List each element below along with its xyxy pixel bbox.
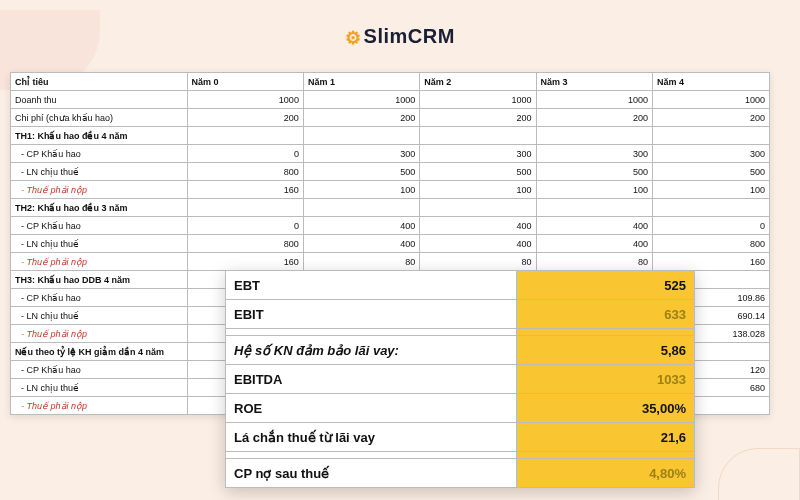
- cell-value: 0: [187, 145, 303, 163]
- summary-overlay: EBT525EBIT633Hệ số KN đảm bảo lãi vay:5,…: [225, 270, 695, 488]
- summary-value: 21,6: [516, 423, 694, 452]
- cell-value: [652, 127, 769, 145]
- row-label: - CP Khấu hao: [11, 361, 188, 379]
- cell-value: 400: [536, 217, 652, 235]
- cell-value: 200: [420, 109, 536, 127]
- gear-icon: ⚙: [345, 28, 362, 48]
- cell-value: [536, 127, 652, 145]
- summary-row: EBIT633: [226, 300, 695, 329]
- col-header: Năm 4: [652, 73, 769, 91]
- cell-value: 1000: [187, 91, 303, 109]
- cell-value: 400: [303, 217, 419, 235]
- summary-label: EBT: [226, 271, 517, 300]
- cell-value: 300: [536, 145, 652, 163]
- cell-value: 200: [187, 109, 303, 127]
- cell-value: 500: [303, 163, 419, 181]
- cell-value: 300: [420, 145, 536, 163]
- summary-label: EBITDA: [226, 365, 517, 394]
- col-header: Năm 1: [303, 73, 419, 91]
- summary-table: EBT525EBIT633Hệ số KN đảm bảo lãi vay:5,…: [225, 270, 695, 488]
- cell-value: 400: [303, 235, 419, 253]
- summary-value: 1033: [516, 365, 694, 394]
- cell-value: [187, 199, 303, 217]
- cell-value: 80: [303, 253, 419, 271]
- cell-value: [303, 127, 419, 145]
- cell-value: 200: [652, 109, 769, 127]
- cell-value: 80: [536, 253, 652, 271]
- cell-value: [303, 199, 419, 217]
- table-row: Chi phí (chưa khấu hao)200200200200200: [11, 109, 770, 127]
- cell-value: 300: [303, 145, 419, 163]
- cell-value: 160: [187, 253, 303, 271]
- summary-row: [226, 452, 695, 459]
- cell-value: 400: [420, 217, 536, 235]
- summary-label: ROE: [226, 394, 517, 423]
- summary-value: 5,86: [516, 336, 694, 365]
- summary-label: EBIT: [226, 300, 517, 329]
- cell-value: 1000: [652, 91, 769, 109]
- table-row: - CP Khấu hao04004004000: [11, 217, 770, 235]
- table-row: TH1: Khấu hao đều 4 năm: [11, 127, 770, 145]
- cell-value: 1000: [536, 91, 652, 109]
- cell-value: 400: [420, 235, 536, 253]
- cell-value: 500: [652, 163, 769, 181]
- cell-value: 800: [187, 163, 303, 181]
- cell-value: 500: [536, 163, 652, 181]
- cell-value: 100: [652, 181, 769, 199]
- summary-label: Hệ số KN đảm bảo lãi vay:: [226, 336, 517, 365]
- cell-value: 100: [536, 181, 652, 199]
- cell-value: 0: [652, 217, 769, 235]
- row-label: - LN chịu thuế: [11, 307, 188, 325]
- row-label: TH3: Khấu hao DDB 4 năm: [11, 271, 188, 289]
- cell-value: [420, 127, 536, 145]
- cell-value: 0: [187, 217, 303, 235]
- summary-row: CP nợ sau thuế4,80%: [226, 459, 695, 488]
- row-label: - CP Khấu hao: [11, 145, 188, 163]
- summary-value: 525: [516, 271, 694, 300]
- cell-value: 300: [652, 145, 769, 163]
- cell-value: [420, 199, 536, 217]
- cell-value: 200: [536, 109, 652, 127]
- brand-logo: ⚙SlimCRM: [0, 25, 800, 49]
- row-label: - Thuế phải nộp: [11, 253, 188, 271]
- col-header: Năm 2: [420, 73, 536, 91]
- cell-value: [536, 199, 652, 217]
- table-row: - Thuế phải nộp160808080160: [11, 253, 770, 271]
- decoration-bottom-right: [718, 448, 800, 500]
- summary-row: ROE35,00%: [226, 394, 695, 423]
- row-label: - Thuế phải nộp: [11, 397, 188, 415]
- cell-value: 800: [187, 235, 303, 253]
- summary-row: [226, 329, 695, 336]
- summary-row: Lá chắn thuế từ lãi vay21,6: [226, 423, 695, 452]
- summary-value: 35,00%: [516, 394, 694, 423]
- table-header-row: Chỉ tiêu Năm 0 Năm 1 Năm 2 Năm 3 Năm 4: [11, 73, 770, 91]
- row-label: TH2: Khấu hao đều 3 năm: [11, 199, 188, 217]
- summary-row: Hệ số KN đảm bảo lãi vay:5,86: [226, 336, 695, 365]
- row-label: - CP Khấu hao: [11, 217, 188, 235]
- cell-value: 100: [303, 181, 419, 199]
- cell-value: 1000: [420, 91, 536, 109]
- summary-row: EBT525: [226, 271, 695, 300]
- cell-value: 200: [303, 109, 419, 127]
- table-row: Doanh thu10001000100010001000: [11, 91, 770, 109]
- cell-value: 100: [420, 181, 536, 199]
- table-row: - CP Khấu hao0300300300300: [11, 145, 770, 163]
- cell-value: [187, 127, 303, 145]
- row-label: - LN chịu thuế: [11, 163, 188, 181]
- summary-label: Lá chắn thuế từ lãi vay: [226, 423, 517, 452]
- row-label: Nếu theo tỷ lệ KH giảm dần 4 năm: [11, 343, 188, 361]
- cell-value: 500: [420, 163, 536, 181]
- row-label: TH1: Khấu hao đều 4 năm: [11, 127, 188, 145]
- row-label: - Thuế phải nộp: [11, 325, 188, 343]
- row-label: - LN chịu thuế: [11, 379, 188, 397]
- cell-value: 160: [187, 181, 303, 199]
- row-label: - CP Khấu hao: [11, 289, 188, 307]
- col-header: Năm 0: [187, 73, 303, 91]
- summary-value: 4,80%: [516, 459, 694, 488]
- row-label: Chi phí (chưa khấu hao): [11, 109, 188, 127]
- summary-label: CP nợ sau thuế: [226, 459, 517, 488]
- summary-row: EBITDA1033: [226, 365, 695, 394]
- cell-value: 160: [652, 253, 769, 271]
- cell-value: 1000: [303, 91, 419, 109]
- table-row: - LN chịu thuế800400400400800: [11, 235, 770, 253]
